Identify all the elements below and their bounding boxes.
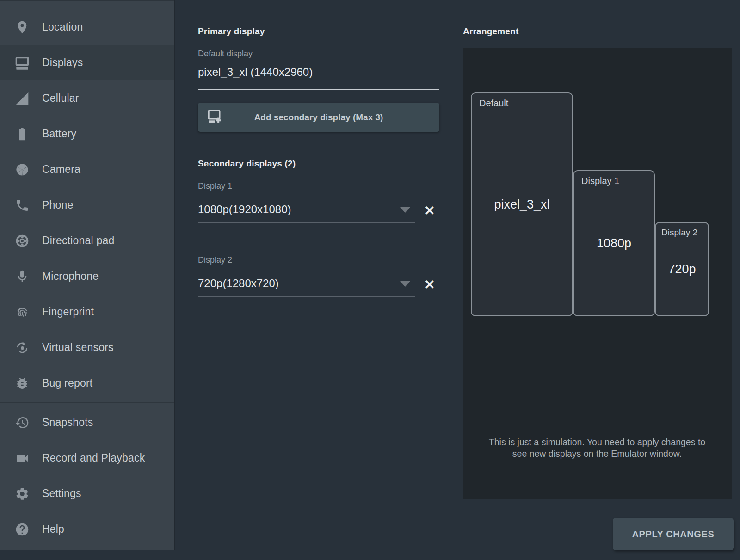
videocam-icon xyxy=(14,450,30,466)
extended-controls-window: Location Displays Cellular Battery xyxy=(0,0,740,560)
sidebar-item-label: Cellular xyxy=(42,92,79,105)
sidebar-item-virtual-sensors[interactable]: Virtual sensors xyxy=(0,330,174,365)
primary-display-heading: Primary display xyxy=(198,26,265,37)
sidebar-item-directional-pad[interactable]: Directional pad xyxy=(0,223,174,258)
sidebar-item-fingerprint[interactable]: Fingerprint xyxy=(0,294,174,330)
sidebar-item-label: Help xyxy=(42,523,64,535)
sidebar-item-label: Fingerprint xyxy=(42,306,94,318)
phone-icon xyxy=(14,197,30,213)
arrangement-display1-box-label: Display 1 xyxy=(581,176,619,186)
sidebar-item-label: Record and Playback xyxy=(42,452,145,464)
sidebar: Location Displays Cellular Battery xyxy=(0,0,175,550)
default-display-underline xyxy=(198,89,439,90)
arrangement-display2-box-value: 720p xyxy=(656,262,708,277)
help-icon xyxy=(14,522,30,537)
sidebar-item-help[interactable]: Help xyxy=(0,511,174,547)
sidebar-item-label: Location xyxy=(42,21,83,33)
display2-label: Display 2 xyxy=(198,255,232,265)
arrangement-default-box[interactable]: Default pixel_3_xl xyxy=(471,92,573,316)
sidebar-item-battery[interactable]: Battery xyxy=(0,116,174,152)
sidebar-item-cellular[interactable]: Cellular xyxy=(0,80,174,116)
sidebar-item-displays[interactable]: Displays xyxy=(0,45,174,80)
display1-underline xyxy=(198,222,415,223)
sidebar-item-label: Directional pad xyxy=(42,234,114,247)
cellular-signal-icon xyxy=(14,91,30,106)
arrangement-display2-box[interactable]: Display 2 720p xyxy=(655,222,709,316)
display2-remove-button[interactable]: ✕ xyxy=(424,278,435,291)
virtual-sensors-icon xyxy=(14,340,30,356)
display2-resolution-select[interactable]: 720p(1280x720) xyxy=(198,277,279,290)
add-secondary-display-button[interactable]: Add secondary display (Max 3) xyxy=(198,103,439,132)
arrangement-panel: Default pixel_3_xl Display 1 1080p Displ… xyxy=(463,48,732,499)
sidebar-item-location[interactable]: Location xyxy=(0,9,174,45)
gear-icon xyxy=(14,486,30,502)
microphone-icon xyxy=(14,269,30,284)
sidebar-item-label: Virtual sensors xyxy=(42,341,114,354)
sidebar-item-bug-report[interactable]: Bug report xyxy=(0,365,174,401)
sidebar-item-microphone[interactable]: Microphone xyxy=(0,258,174,294)
apply-changes-button[interactable]: APPLY CHANGES xyxy=(613,518,734,550)
display1-resolution-select[interactable]: 1080p(1920x1080) xyxy=(198,203,291,216)
bug-icon xyxy=(14,375,30,391)
display2-underline xyxy=(198,296,415,297)
battery-icon xyxy=(14,126,30,142)
display1-label: Display 1 xyxy=(198,181,232,191)
location-pin-icon xyxy=(14,19,30,35)
sidebar-item-label: Bug report xyxy=(42,377,92,389)
default-display-value: pixel_3_xl (1440x2960) xyxy=(198,66,313,79)
arrangement-default-box-label: Default xyxy=(479,98,508,109)
sidebar-item-label: Snapshots xyxy=(42,416,93,429)
sidebar-item-label: Settings xyxy=(42,487,81,500)
arrangement-default-box-value: pixel_3_xl xyxy=(472,197,572,212)
sidebar-divider xyxy=(0,402,174,403)
sidebar-item-camera[interactable]: Camera xyxy=(0,152,174,187)
display1-remove-button[interactable]: ✕ xyxy=(424,204,435,217)
add-secondary-display-label: Add secondary display (Max 3) xyxy=(254,112,383,123)
arrangement-display2-box-label: Display 2 xyxy=(661,228,697,238)
display2-dropdown-arrow-icon[interactable] xyxy=(400,281,410,287)
dpad-icon xyxy=(14,233,30,249)
display1-dropdown-arrow-icon[interactable] xyxy=(400,207,410,213)
snapshots-history-icon xyxy=(14,415,30,431)
fingerprint-icon xyxy=(14,304,30,320)
sidebar-item-label: Displays xyxy=(42,56,83,69)
camera-aperture-icon xyxy=(14,162,30,178)
default-display-label: Default display xyxy=(198,49,253,59)
sidebar-item-record-playback[interactable]: Record and Playback xyxy=(0,440,174,476)
arrangement-display1-box[interactable]: Display 1 1080p xyxy=(573,170,655,316)
arrangement-display1-box-value: 1080p xyxy=(574,236,654,251)
add-display-icon xyxy=(207,108,222,126)
sidebar-item-settings[interactable]: Settings xyxy=(0,476,174,511)
sidebar-item-snapshots[interactable]: Snapshots xyxy=(0,405,174,440)
sidebar-item-label: Camera xyxy=(42,163,80,176)
sidebar-item-label: Microphone xyxy=(42,270,99,283)
secondary-displays-heading: Secondary displays (2) xyxy=(198,159,296,169)
displays-icon xyxy=(14,55,30,71)
arrangement-heading: Arrangement xyxy=(463,26,518,37)
sidebar-item-phone[interactable]: Phone xyxy=(0,187,174,223)
sidebar-item-label: Phone xyxy=(42,199,74,211)
simulation-note: This is just a simulation. You need to a… xyxy=(488,437,706,460)
sidebar-item-label: Battery xyxy=(42,128,76,140)
